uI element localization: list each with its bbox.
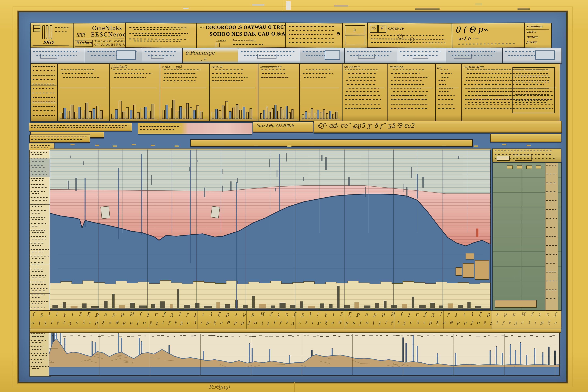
scribble-line [30, 191, 45, 192]
scribble-line [30, 223, 46, 224]
scribble-line [32, 187, 47, 188]
scribble-line [345, 95, 381, 96]
scribble-line [32, 264, 39, 266]
scribble-line [32, 284, 47, 285]
title-sub: ƅᴇᴇᴇᴇᴀᴀᴀ ᴀᴍᴀᴀᴀ ʟ [233, 39, 256, 42]
scribble-line [546, 236, 557, 237]
scribble-line [30, 256, 49, 256]
scribble-line [289, 34, 334, 35]
scribble-line [30, 308, 45, 308]
tail-row: ꞅᴜᴄᴀꝺᴜᴇ [527, 35, 538, 39]
scribble-line [391, 80, 423, 81]
frame-seam [283, 0, 283, 11]
scribble-line [458, 43, 515, 44]
scribble-line [438, 95, 455, 96]
scribble-line [439, 91, 450, 92]
square-label: ϑ [380, 26, 383, 30]
decor [111, 88, 157, 88]
scribble-line [129, 38, 188, 40]
pipe-sketch [50, 25, 52, 39]
legend-mini-bar [148, 111, 151, 119]
title-sub: ʟᴜᴀᴋᴋᴀ [216, 39, 226, 42]
legend-mini-bar [96, 106, 99, 119]
decor [410, 38, 414, 42]
legend-column: ᴆᴧᴆꞩᴆᴧᴀ [388, 64, 436, 121]
scribble-line [32, 232, 45, 233]
decor [390, 88, 432, 88]
scribble-line [33, 51, 79, 52]
scribble-line [30, 243, 44, 244]
legend-mini-bar [236, 104, 238, 119]
legend-mini-bar [169, 108, 172, 119]
legend-mini-bar [78, 107, 81, 119]
legend-mini-bar [263, 110, 265, 119]
legend-column-word: ꭓ ɩᴎᴀ — ꞁ϶ꞁ2 [162, 64, 182, 69]
sketch-blob [413, 54, 428, 58]
scribble-line [32, 297, 40, 298]
scribble-line [32, 200, 47, 200]
green-panel-chip [517, 166, 522, 169]
scribble-line [546, 174, 557, 174]
scribble-line [140, 126, 180, 127]
legend-column: ƨ϶ꞅᴏᴧᴆ ᴧꞅᴆᴆ [461, 64, 560, 121]
scribble-line [546, 165, 557, 166]
green-side-panel [492, 162, 562, 311]
header-box [125, 22, 197, 48]
scribble-line [32, 106, 55, 107]
decor [58, 119, 107, 119]
scribble-line [129, 27, 188, 28]
header-box: ᴄᴏᴄᴏCOCORCOO .S OAYWAU O TRCTIULESOHOO N… [196, 22, 287, 48]
header-box: ℔ [285, 22, 344, 48]
green-panel-chip [507, 166, 513, 169]
legend-mini-bar [250, 108, 252, 119]
scribble-line [30, 210, 46, 211]
scribble-line [140, 129, 174, 130]
decor [162, 88, 206, 88]
legend-column: ɪᴠᴄᴧᴄ϶ [209, 64, 258, 121]
decor [515, 155, 532, 161]
annotation-strip [138, 123, 252, 134]
tan-sub-column [545, 163, 558, 310]
legend-column [57, 64, 110, 121]
legend-mini-bar [67, 111, 70, 119]
scribble-line [32, 336, 44, 337]
legend-column-word: ꞩᴄᴧᴧᴀᴩᴀᴆ [344, 64, 359, 69]
annotation-strip [490, 134, 562, 142]
scribble-line [346, 91, 379, 92]
legend-mini-bar [311, 108, 313, 119]
scribble-line [32, 97, 55, 98]
decor [161, 119, 207, 119]
scribble-line [215, 70, 244, 70]
legend-mini-bar [63, 108, 66, 119]
decor [344, 88, 385, 88]
gray-band-panel [397, 48, 446, 64]
scribble-line [30, 249, 49, 250]
scribble-line [61, 70, 95, 70]
gray-band-panel [502, 48, 562, 64]
scribble-line [31, 136, 86, 137]
sea-tick [502, 144, 506, 145]
pipe-sketch [42, 25, 45, 39]
top-mark [334, 5, 348, 7]
gray-band-panel: ꞩ.Pomunge˯ ꞓ [182, 48, 239, 64]
scribble-line [32, 355, 47, 356]
legend-column-word: ɪᴠᴄᴧᴄ϶ [211, 64, 222, 69]
scribble-line [546, 272, 557, 272]
scribble-line [516, 100, 549, 101]
scribble-line [546, 218, 557, 219]
annotation-strip [29, 134, 90, 142]
legend-mini-bar [137, 112, 140, 119]
gray-band-panel [142, 48, 183, 64]
decor: ϑ [378, 25, 386, 33]
legend-mini-bar [291, 109, 293, 119]
scribble-line [134, 35, 180, 36]
scribble-line [32, 84, 55, 84]
scribble-line [546, 182, 557, 183]
legend-mini-bar [280, 107, 282, 119]
legend-sub-box [513, 67, 555, 113]
scribble-line [516, 82, 549, 82]
strip-script-label: Ꞓʄ˞ ɑd˔ ꞇe˜ ꝓŋ5 ʒ꜄ δ ꞅ˜ ƽâ ⅋ ꞇꭤ2 [317, 122, 414, 129]
header-box: ꝸ [342, 23, 368, 48]
scribble-line [289, 38, 334, 39]
legend-mini-bar [215, 109, 218, 119]
